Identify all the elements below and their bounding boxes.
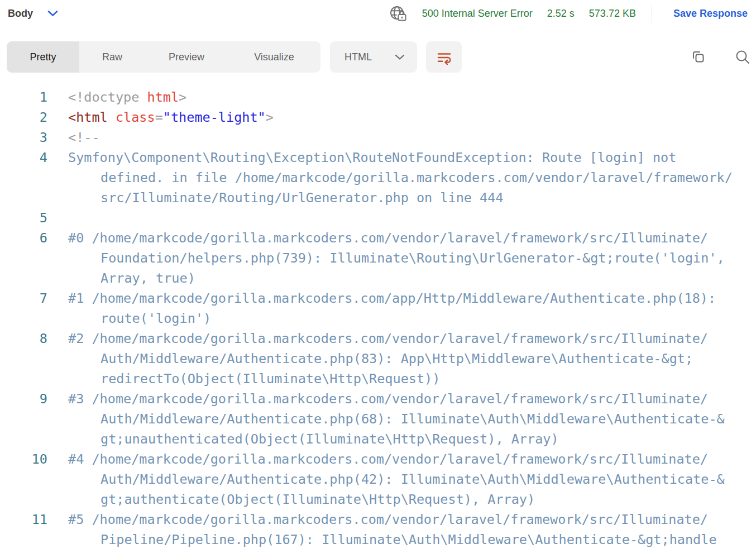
code-row: 6#0 /home/markcode/gorilla.markcoders.co… (0, 228, 756, 248)
format-dropdown[interactable]: HTML (330, 41, 417, 73)
body-dropdown-label: Body (8, 8, 33, 20)
chevron-down-icon (47, 10, 58, 17)
code-row: gt;authenticate(Object(Illuminate\Http\R… (0, 489, 756, 509)
line-number: 4 (0, 147, 47, 168)
code-row: gt;unauthenticated(Object(Illuminate\Htt… (0, 429, 756, 449)
code-row: Array, true) (0, 268, 756, 288)
code-row: 1<!doctype html> (0, 87, 756, 107)
code-text: Array, true) (68, 268, 195, 288)
line-number (0, 409, 47, 429)
code-row: Auth/Middleware/Authenticate.php(83): Ap… (0, 349, 756, 369)
response-toolbar: Pretty Raw Preview Visualize HTML (0, 41, 756, 73)
line-number: 7 (0, 288, 47, 308)
format-dropdown-value: HTML (344, 51, 372, 63)
response-time: 2.52 s (547, 8, 575, 20)
view-tabs: Pretty Raw Preview Visualize (7, 41, 320, 73)
code-text: #3 /home/markcode/gorilla.markcoders.com… (68, 389, 708, 409)
chevron-down-icon (395, 54, 405, 60)
code-text: #0 /home/markcode/gorilla.markcoders.com… (68, 228, 708, 248)
response-size: 573.72 KB (589, 8, 636, 20)
code-row: Pipeline/Pipeline.php(167): Illuminate\A… (0, 530, 756, 550)
line-number (0, 268, 47, 288)
code-text: gt;unauthenticated(Object(Illuminate\Htt… (68, 429, 559, 449)
code-text: Symfony\Component\Routing\Exception\Rout… (68, 147, 676, 168)
wrap-text-icon (436, 49, 453, 66)
toolbar-right-icons (690, 49, 752, 65)
copy-button[interactable] (690, 49, 706, 65)
code-row: 4Symfony\Component\Routing\Exception\Rou… (0, 147, 756, 168)
line-number: 8 (0, 328, 47, 349)
code-text: Auth/Middleware/Authenticate.php(42): Il… (68, 469, 725, 489)
code-text: Auth/Middleware/Authenticate.php(68): Il… (68, 409, 725, 429)
code-text: Pipeline/Pipeline.php(167): Illuminate\A… (68, 530, 717, 550)
code-row: redirectTo(Object(Illuminate\Http\Reques… (0, 369, 756, 389)
response-meta: 500 Internal Server Error 2.52 s 573.72 … (389, 4, 748, 23)
code-row: 3<!-- (0, 127, 756, 147)
code-text: Auth/Middleware/Authenticate.php(83): Ap… (68, 349, 693, 369)
line-number: 6 (0, 228, 47, 248)
line-number (0, 349, 47, 369)
line-number: 9 (0, 389, 47, 409)
globe-lock-icon[interactable] (389, 5, 408, 22)
tab-visualize[interactable]: Visualize (228, 41, 320, 73)
code-row: Auth/Middleware/Authenticate.php(68): Il… (0, 409, 756, 429)
copy-icon (690, 49, 706, 65)
code-text: #2 /home/markcode/gorilla.markcoders.com… (68, 328, 708, 349)
code-row: Foundation/helpers.php(739): Illuminate\… (0, 248, 756, 268)
search-button[interactable] (734, 49, 750, 65)
line-number: 1 (0, 87, 47, 107)
code-row: 5 (0, 208, 756, 228)
code-row: defined. in file /home/markcode/gorilla.… (0, 168, 756, 188)
line-number (0, 308, 47, 328)
wrap-text-button[interactable] (426, 41, 462, 73)
code-row: 7#1 /home/markcode/gorilla.markcoders.co… (0, 288, 756, 308)
line-number (0, 429, 47, 449)
tab-pretty[interactable]: Pretty (7, 41, 79, 73)
line-number: 5 (0, 208, 47, 228)
code-text: <html class="theme-light"> (68, 107, 274, 127)
line-number (0, 489, 47, 509)
line-number: 11 (0, 509, 47, 530)
code-row: 11#5 /home/markcode/gorilla.markcoders.c… (0, 509, 756, 530)
save-response-button[interactable]: Save Response (673, 8, 748, 20)
code-row: 10#4 /home/markcode/gorilla.markcoders.c… (0, 449, 756, 469)
code-text: #1 /home/markcode/gorilla.markcoders.com… (68, 288, 716, 308)
line-number: 2 (0, 107, 47, 127)
code-text: gt;authenticate(Object(Illuminate\Http\R… (68, 489, 535, 509)
code-row: route('login') (0, 308, 756, 328)
line-number: 3 (0, 127, 47, 147)
line-number: 10 (0, 449, 47, 469)
code-text: Foundation/helpers.php(739): Illuminate\… (68, 248, 725, 268)
code-row: 8#2 /home/markcode/gorilla.markcoders.co… (0, 328, 756, 349)
code-row: 2<html class="theme-light"> (0, 107, 756, 127)
code-text: #4 /home/markcode/gorilla.markcoders.com… (68, 449, 708, 469)
line-number (0, 369, 47, 389)
code-text: redirectTo(Object(Illuminate\Http\Reques… (68, 369, 440, 389)
code-text: route('login') (68, 308, 211, 328)
code-lines: 1<!doctype html>2<html class="theme-ligh… (0, 87, 756, 550)
code-editor[interactable]: 1<!doctype html>2<html class="theme-ligh… (0, 73, 756, 550)
line-number (0, 469, 47, 489)
status-badge: 500 Internal Server Error (422, 8, 533, 20)
code-text: defined. in file /home/markcode/gorilla.… (68, 168, 733, 188)
line-number (0, 168, 47, 188)
line-number (0, 530, 47, 550)
divider (652, 4, 652, 23)
tab-raw[interactable]: Raw (79, 41, 145, 73)
code-text: #5 /home/markcode/gorilla.markcoders.com… (68, 509, 708, 530)
search-icon (734, 49, 750, 65)
tab-preview[interactable]: Preview (145, 41, 228, 73)
code-text: src/Illuminate/Routing/UrlGenerator.php … (68, 188, 504, 208)
code-row: Auth/Middleware/Authenticate.php(42): Il… (0, 469, 756, 489)
code-row: src/Illuminate/Routing/UrlGenerator.php … (0, 188, 756, 208)
code-text: <!-- (68, 127, 100, 147)
line-number (0, 248, 47, 268)
body-dropdown[interactable]: Body (8, 8, 58, 20)
code-row: 9#3 /home/markcode/gorilla.markcoders.co… (0, 389, 756, 409)
code-text: <!doctype html> (68, 87, 186, 107)
response-header: Body 500 Internal Server Error 2.52 s 57… (0, 0, 756, 27)
line-number (0, 188, 47, 208)
